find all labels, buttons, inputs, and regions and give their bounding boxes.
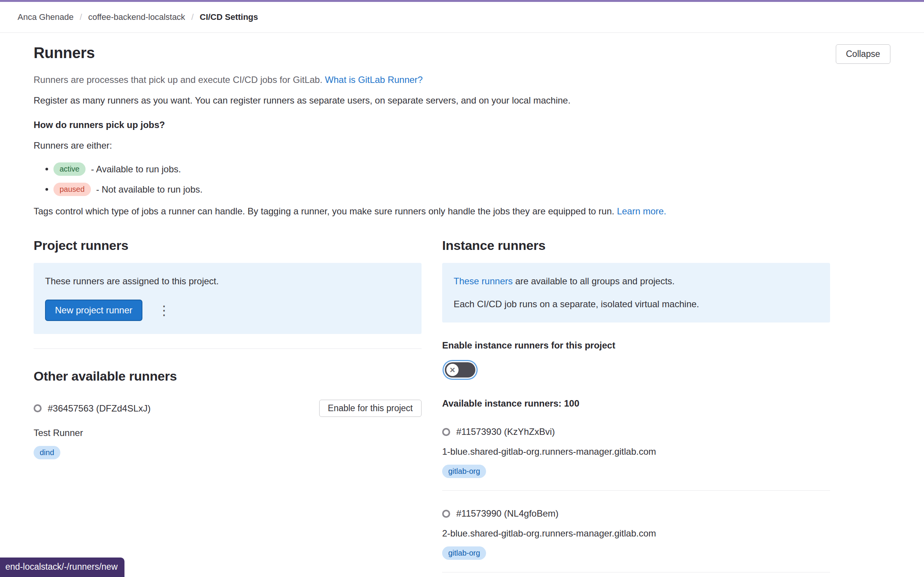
instance-runner-item: #11573990 (NL4gfoBem) 2-blue.shared-gitl… <box>442 508 830 572</box>
instance-runners-info-line2: Each CI/CD job runs on a separate, isola… <box>454 299 819 310</box>
runner-id-text: #36457563 (DFZd4SLxJ) <box>48 403 150 414</box>
breadcrumb: Anca Ghenade / coffee-backend-localstack… <box>0 2 924 33</box>
project-runners-section: Project runners These runners are assign… <box>34 238 422 577</box>
active-status-badge: active <box>53 162 86 176</box>
page-title: Runners <box>34 44 95 62</box>
kebab-menu-icon[interactable]: ⋮ <box>158 304 171 317</box>
instance-runners-title: Instance runners <box>442 238 830 253</box>
breadcrumb-current-page: CI/CD Settings <box>200 12 258 22</box>
list-divider <box>442 490 830 491</box>
breadcrumb-user[interactable]: Anca Ghenade <box>18 12 74 22</box>
runner-tag-badge: dind <box>34 446 60 459</box>
list-item: paused - Not available to run jobs. <box>53 183 890 196</box>
runner-status-icon <box>442 428 450 436</box>
tags-description: Tags control which type of jobs a runner… <box>34 206 890 217</box>
instance-runner-item: #11573930 (KzYhZxBvi) 1-blue.shared-gitl… <box>442 426 830 491</box>
toggle-thumb: ✕ <box>446 364 459 376</box>
learn-more-link[interactable]: Learn more. <box>617 206 666 216</box>
runner-name: Test Runner <box>34 428 422 438</box>
runner-host: 1-blue.shared-gitlab-org.runners-manager… <box>442 446 830 457</box>
breadcrumb-project[interactable]: coffee-backend-localstack <box>88 12 185 22</box>
list-item: active - Available to run jobs. <box>53 162 890 176</box>
runner-id-text: #11573930 (KzYhZxBvi) <box>456 426 555 437</box>
runner-id-text: #11573990 (NL4gfoBem) <box>456 508 559 519</box>
available-runner-row: #36457563 (DFZd4SLxJ) Enable for this pr… <box>34 400 422 417</box>
paused-status-text: - Not available to run jobs. <box>96 184 203 195</box>
active-status-text: - Available to run jobs. <box>91 164 181 175</box>
other-available-runners-title: Other available runners <box>34 369 422 384</box>
runner-status-icon <box>34 404 42 412</box>
runners-description: Runners are processes that pick up and e… <box>34 75 890 85</box>
project-runners-info-box: These runners are assigned to this proje… <box>34 263 422 334</box>
runner-host: 2-blue.shared-gitlab-org.runners-manager… <box>442 528 830 539</box>
breadcrumb-separator: / <box>191 12 194 22</box>
list-divider <box>442 572 830 572</box>
breadcrumb-separator: / <box>80 12 82 22</box>
instance-runners-section: Instance runners These runners are avail… <box>442 238 830 577</box>
instance-runners-toggle[interactable]: ✕ <box>445 362 475 378</box>
project-runners-title: Project runners <box>34 238 422 253</box>
runners-are-either-text: Runners are either: <box>34 140 890 151</box>
runner-status-icon <box>442 510 450 518</box>
enable-instance-runners-label: Enable instance runners for this project <box>442 340 830 351</box>
runner-tag-badge: gitlab-org <box>442 546 486 560</box>
section-divider <box>34 348 422 349</box>
collapse-button[interactable]: Collapse <box>836 44 891 64</box>
instance-runners-info-text: are available to all groups and projects… <box>513 276 675 286</box>
what-is-gitlab-runner-link[interactable]: What is GitLab Runner? <box>325 75 423 85</box>
project-runners-info-text: These runners are assigned to this proje… <box>45 276 410 287</box>
instance-runners-info-box: These runners are available to all group… <box>442 263 830 323</box>
runner-status-list: active - Available to run jobs. paused -… <box>53 162 890 196</box>
instance-runners-info-line1: These runners are available to all group… <box>454 276 819 287</box>
tags-description-text: Tags control which type of jobs a runner… <box>34 206 614 216</box>
settings-content: Runners Collapse Runners are processes t… <box>0 33 924 577</box>
register-text: Register as many runners as you want. Yo… <box>34 95 890 106</box>
how-runners-pick-up-jobs-title: How do runners pick up jobs? <box>34 120 890 130</box>
runners-description-text: Runners are processes that pick up and e… <box>34 75 322 85</box>
runner-tag-badge: gitlab-org <box>442 465 486 478</box>
new-project-runner-button[interactable]: New project runner <box>45 300 142 321</box>
available-instance-runners-label: Available instance runners: 100 <box>442 398 830 409</box>
these-runners-link[interactable]: These runners <box>454 276 513 286</box>
cross-icon: ✕ <box>449 366 456 374</box>
enable-for-this-project-button[interactable]: Enable for this project <box>319 400 422 417</box>
paused-status-badge: paused <box>53 183 91 196</box>
status-bar-url: end-localstack/-/runners/new <box>0 558 124 577</box>
